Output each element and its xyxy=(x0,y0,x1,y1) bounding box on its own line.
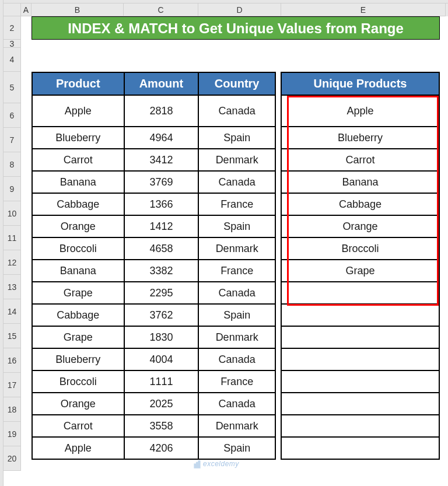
cell-country[interactable]: France xyxy=(198,370,275,393)
row-header-19[interactable]: 19 xyxy=(4,422,21,446)
cell-country[interactable]: Spain xyxy=(198,304,275,326)
cell-country[interactable]: Denmark xyxy=(198,326,275,348)
cell-product[interactable]: Grape xyxy=(32,326,124,348)
header-unique[interactable]: Unique Products xyxy=(281,72,439,95)
cell-country[interactable]: Canada xyxy=(198,171,275,193)
cell-product[interactable]: Apple xyxy=(32,437,124,459)
table-row: Carrot3412DenmarkCarrot xyxy=(32,149,439,171)
cell-product[interactable]: Apple xyxy=(32,95,124,127)
gap-column xyxy=(275,282,281,304)
cell-amount[interactable]: 3762 xyxy=(124,304,199,326)
row-header-11[interactable]: 11 xyxy=(4,226,21,250)
col-header-b[interactable]: B xyxy=(32,4,124,16)
cell-country[interactable]: Spain xyxy=(198,215,275,237)
cell-unique[interactable] xyxy=(281,326,439,348)
row-header-16[interactable]: 16 xyxy=(4,348,21,373)
cell-unique[interactable]: Orange xyxy=(281,215,439,237)
cell-unique[interactable]: Carrot xyxy=(281,149,439,171)
cell-unique[interactable]: Banana xyxy=(281,171,439,193)
row-header-2[interactable]: 2 xyxy=(4,16,21,40)
col-header-e[interactable]: E xyxy=(281,4,446,16)
cell-product[interactable]: Carrot xyxy=(32,415,124,437)
cell-country[interactable]: Spain xyxy=(198,437,275,459)
cell-amount[interactable]: 3412 xyxy=(124,149,199,171)
cell-amount[interactable]: 1366 xyxy=(124,193,199,215)
row-header-15[interactable]: 15 xyxy=(4,324,21,348)
row-header-14[interactable]: 14 xyxy=(4,299,21,324)
cell-unique[interactable] xyxy=(281,393,439,415)
cell-product[interactable]: Banana xyxy=(32,260,124,282)
cell-product[interactable]: Broccoli xyxy=(32,370,124,393)
cell-product[interactable]: Broccoli xyxy=(32,237,124,260)
header-product[interactable]: Product xyxy=(32,72,124,95)
cell-amount[interactable]: 3769 xyxy=(124,171,199,193)
cell-product[interactable]: Cabbage xyxy=(32,304,124,326)
header-amount[interactable]: Amount xyxy=(124,72,199,95)
row-header-8[interactable]: 8 xyxy=(4,152,21,177)
cell-unique[interactable]: Blueberry xyxy=(281,127,439,149)
cell-unique[interactable]: Cabbage xyxy=(281,193,439,215)
row-header-13[interactable]: 13 xyxy=(4,275,21,299)
row-header-12[interactable]: 12 xyxy=(4,250,21,275)
cell-country[interactable]: Canada xyxy=(198,393,275,415)
cell-country[interactable]: Denmark xyxy=(198,237,275,260)
cell-unique[interactable] xyxy=(281,282,439,304)
cell-country[interactable]: Canada xyxy=(198,282,275,304)
cell-product[interactable]: Blueberry xyxy=(32,127,124,149)
header-country[interactable]: Country xyxy=(198,72,275,95)
col-header-a[interactable]: A xyxy=(21,4,32,16)
table-row: Orange2025Canada xyxy=(32,393,439,415)
col-header-d[interactable]: D xyxy=(198,4,281,16)
cell-country[interactable]: Denmark xyxy=(198,415,275,437)
cell-product[interactable]: Orange xyxy=(32,215,124,237)
cell-country[interactable]: Canada xyxy=(198,348,275,370)
col-header-c[interactable]: C xyxy=(124,4,198,16)
cell-country[interactable]: Spain xyxy=(198,127,275,149)
row-header-20[interactable]: 20 xyxy=(4,446,21,471)
title-banner[interactable]: INDEX & MATCH to Get Unique Values from … xyxy=(32,16,440,40)
cell-country[interactable]: Denmark xyxy=(198,149,275,171)
cell-unique[interactable]: Grape xyxy=(281,260,439,282)
cell-product[interactable]: Carrot xyxy=(32,149,124,171)
cell-country[interactable]: France xyxy=(198,260,275,282)
cell-amount[interactable]: 1412 xyxy=(124,215,199,237)
cell-amount[interactable]: 4004 xyxy=(124,348,199,370)
cell-amount[interactable]: 4964 xyxy=(124,127,199,149)
cell-unique[interactable] xyxy=(281,370,439,393)
grid-area[interactable]: INDEX & MATCH to Get Unique Values from … xyxy=(21,16,448,486)
cell-unique[interactable] xyxy=(281,304,439,326)
cell-unique[interactable]: Broccoli xyxy=(281,237,439,260)
cell-product[interactable]: Cabbage xyxy=(32,193,124,215)
cell-product[interactable]: Blueberry xyxy=(32,348,124,370)
cell-amount[interactable]: 1830 xyxy=(124,326,199,348)
row-header-10[interactable]: 10 xyxy=(4,201,21,226)
cell-amount[interactable]: 4206 xyxy=(124,437,199,459)
column-headers: A B C D E xyxy=(4,4,448,16)
cell-amount[interactable]: 2025 xyxy=(124,393,199,415)
cell-amount[interactable]: 3558 xyxy=(124,415,199,437)
cell-country[interactable]: France xyxy=(198,193,275,215)
cell-amount[interactable]: 3382 xyxy=(124,260,199,282)
row-header-3[interactable]: 3 xyxy=(4,40,21,48)
cell-product[interactable]: Grape xyxy=(32,282,124,304)
row-header-9[interactable]: 9 xyxy=(4,177,21,201)
cell-amount[interactable]: 1111 xyxy=(124,370,199,393)
row-header-4[interactable]: 4 xyxy=(4,48,21,72)
row-header-17[interactable]: 17 xyxy=(4,373,21,397)
cell-unique[interactable]: Apple xyxy=(281,95,439,127)
row-header-5[interactable]: 5 xyxy=(4,72,21,103)
cell-product[interactable]: Banana xyxy=(32,171,124,193)
select-all-corner[interactable] xyxy=(4,4,21,16)
row-header-7[interactable]: 7 xyxy=(4,128,21,152)
row-header-18[interactable]: 18 xyxy=(4,397,21,422)
cell-country[interactable]: Canada xyxy=(198,95,275,127)
cell-amount[interactable]: 2818 xyxy=(124,95,199,127)
cell-amount[interactable]: 2295 xyxy=(124,282,199,304)
cell-unique[interactable] xyxy=(281,437,439,459)
cell-unique[interactable] xyxy=(281,415,439,437)
cell-amount[interactable]: 4658 xyxy=(124,237,199,260)
row-header-6[interactable]: 6 xyxy=(4,103,21,128)
gap-column xyxy=(275,260,281,282)
cell-product[interactable]: Orange xyxy=(32,393,124,415)
cell-unique[interactable] xyxy=(281,348,439,370)
